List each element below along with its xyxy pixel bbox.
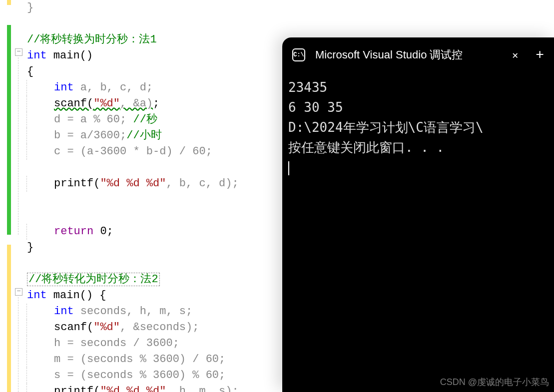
code-line: printf("%d %d %d", h, m, s); bbox=[27, 384, 239, 392]
code-line: d = a % 60; //秒 bbox=[27, 112, 239, 128]
watermark: CSDN @虔诚的电子小菜鸟 bbox=[440, 376, 549, 388]
code-line: int main() bbox=[27, 48, 239, 64]
code-line: //将秒转换为时分秒：法1 bbox=[27, 32, 239, 48]
code-line: { bbox=[27, 64, 239, 80]
fold-button[interactable]: − bbox=[15, 288, 22, 296]
terminal-line: D:\2024年学习计划\C语言学习\ bbox=[288, 117, 548, 137]
terminal-title: Microsoft Visual Studio 调试控 bbox=[315, 47, 495, 62]
fold-button[interactable]: − bbox=[15, 48, 22, 56]
new-tab-button[interactable]: + bbox=[536, 47, 544, 63]
code-line: int a, b, c, d; bbox=[27, 80, 239, 96]
terminal-cursor bbox=[288, 161, 289, 175]
terminal-icon: C:\ bbox=[292, 48, 305, 61]
code-line: return 0; bbox=[27, 224, 239, 240]
terminal-line: 23435 bbox=[288, 77, 548, 97]
code-line: int seconds, h, m, s; bbox=[27, 304, 239, 320]
code-line: printf("%d %d %d", b, c, d); bbox=[27, 176, 239, 192]
terminal-line: 6 30 35 bbox=[288, 97, 548, 117]
code-line: } bbox=[27, 0, 239, 16]
code-line: c = (a-3600 * b-d) / 60; bbox=[27, 144, 239, 160]
fold-guide bbox=[18, 297, 18, 392]
change-gutter bbox=[0, 0, 15, 392]
terminal-output[interactable]: 23435 6 30 35 D:\2024年学习计划\C语言学习\ 按任意键关闭… bbox=[282, 72, 554, 182]
code-line: scanf("%d", &seconds); bbox=[27, 320, 239, 336]
code-line: //将秒转化为时分秒：法2 bbox=[27, 272, 239, 288]
terminal-titlebar: C:\ Microsoft Visual Studio 调试控 ✕ + bbox=[282, 37, 554, 72]
code-content[interactable]: } //将秒转换为时分秒：法1 int main() { int a, b, c… bbox=[25, 0, 239, 392]
debug-terminal: C:\ Microsoft Visual Studio 调试控 ✕ + 2343… bbox=[282, 37, 554, 392]
code-line: scanf("%d", &a); bbox=[27, 96, 239, 112]
code-line: b = a/3600;//小时 bbox=[27, 128, 239, 144]
fold-gutter: − − bbox=[15, 0, 25, 392]
code-line: s = (seconds % 3600) % 60; bbox=[27, 368, 239, 384]
fold-guide bbox=[18, 57, 18, 235]
code-line: } bbox=[27, 240, 239, 256]
terminal-line: 按任意键关闭此窗口. . . bbox=[288, 137, 548, 157]
code-line: int main() { bbox=[27, 288, 239, 304]
close-tab-button[interactable]: ✕ bbox=[512, 49, 518, 61]
code-line: h = seconds / 3600; bbox=[27, 336, 239, 352]
code-line: m = (seconds % 3600) / 60; bbox=[27, 352, 239, 368]
